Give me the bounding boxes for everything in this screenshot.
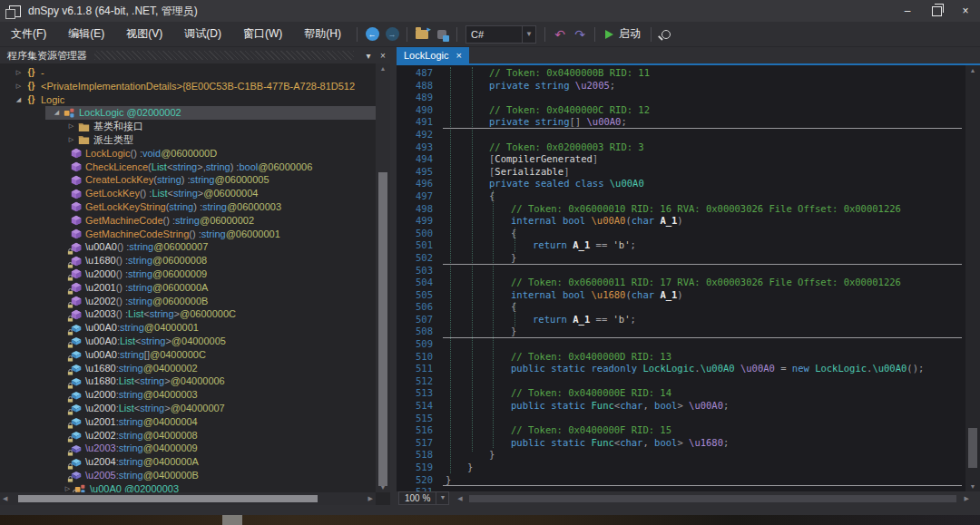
tree-row[interactable]: GetMachineCodeString() : string @0600000…: [0, 228, 376, 241]
code-line[interactable]: 513// Token: 0x0400000E RID: 14: [397, 387, 965, 400]
expander-collapsed-icon[interactable]: ▷: [13, 66, 24, 80]
chevron-down-icon[interactable]: ▼: [436, 492, 448, 504]
tree-row[interactable]: ◢{}Logic: [0, 93, 376, 107]
code-line[interactable]: 511public static readonly LockLogic.\u00…: [397, 363, 965, 375]
code-line[interactable]: 499internal bool \u00A0(char A_1): [397, 215, 965, 228]
code-line[interactable]: 519}: [397, 462, 965, 474]
tree-vscroll-thumb[interactable]: [378, 172, 387, 486]
code-line[interactable]: 506{: [397, 301, 965, 314]
tree-row[interactable]: \u00A0 : List<string> @04000005: [0, 335, 376, 348]
tab-locklogic[interactable]: LockLogic ×: [397, 47, 469, 63]
tree-row[interactable]: GetMachineCode() : string @06000002: [0, 214, 376, 228]
code-line[interactable]: 500{: [397, 228, 965, 240]
redo-button[interactable]: ↷: [570, 24, 590, 44]
tree-row[interactable]: \u1680 : List<string> @04000006: [0, 374, 376, 388]
editor-hscroll-thumb[interactable]: [469, 495, 956, 502]
editor-vertical-scrollbar[interactable]: ▲ ▼: [965, 65, 980, 491]
chevron-down-icon[interactable]: ▼: [522, 26, 535, 43]
scroll-right-icon[interactable]: ▶: [965, 495, 969, 502]
tree-row[interactable]: \u2000() : string @06000009: [0, 267, 376, 281]
code-line[interactable]: 508}: [397, 326, 965, 338]
menu-item[interactable]: 文件(F): [2, 23, 55, 45]
tree-row[interactable]: \u00A0() : string @06000007: [0, 240, 376, 254]
start-debug-button[interactable]: 启动: [600, 26, 646, 42]
code-line[interactable]: 492: [397, 129, 965, 141]
code-line[interactable]: 503: [397, 265, 965, 277]
menu-item[interactable]: 调试(D): [175, 23, 230, 45]
tree-row[interactable]: \u2001 : string @04000004: [0, 415, 376, 429]
tree-row[interactable]: \u2005 : string @0400000B: [0, 469, 376, 482]
code-line[interactable]: 495[Serializable]: [397, 166, 965, 179]
expander-expanded-icon[interactable]: ◢: [51, 106, 63, 120]
code-line[interactable]: 491private string[] \u00A0;: [397, 116, 965, 129]
navigate-forward-button[interactable]: →: [382, 24, 402, 44]
panel-menu-caret-icon[interactable]: ▾: [361, 51, 376, 61]
code-line[interactable]: 488private string \u2005;: [397, 80, 965, 92]
code-line[interactable]: 520}: [397, 474, 965, 487]
search-button[interactable]: [656, 24, 676, 44]
panel-close-icon[interactable]: ×: [376, 51, 390, 61]
menu-item[interactable]: 视图(V): [117, 23, 172, 45]
code-line[interactable]: 517public static Func<char, bool> \u1680…: [397, 437, 965, 450]
tree-vertical-scrollbar[interactable]: ▲ ▼: [376, 63, 390, 492]
expander-expanded-icon[interactable]: ◢: [13, 93, 24, 107]
scroll-down-icon[interactable]: ▼: [965, 483, 980, 490]
tree-row[interactable]: \u1680 : string @04000002: [0, 362, 376, 375]
expander-collapsed-icon[interactable]: ▷: [65, 120, 77, 133]
tree-row[interactable]: CreateLockKey(string) : string @06000005: [0, 173, 376, 187]
code-line[interactable]: 504// Token: 0x06000011 RID: 17 RVA: 0x0…: [397, 277, 965, 289]
tree-hscroll-thumb[interactable]: [18, 495, 318, 502]
tree-row[interactable]: \u2003() : List<string> @0600000C: [0, 307, 376, 321]
code-line[interactable]: 509: [397, 338, 965, 351]
tree-row[interactable]: \u2000 : string @04000003: [0, 388, 376, 402]
code-line[interactable]: 498// Token: 0x06000010 RID: 16 RVA: 0x0…: [397, 203, 965, 216]
panel-splitter[interactable]: [390, 47, 397, 505]
language-combobox[interactable]: C# ▼: [466, 25, 536, 44]
menu-item[interactable]: 窗口(W): [234, 23, 291, 45]
expander-collapsed-icon[interactable]: ▷: [13, 80, 24, 93]
reload-assemblies-button[interactable]: [432, 24, 452, 44]
code-line[interactable]: 501return A_1 == 'b';: [397, 239, 965, 252]
scroll-left-icon[interactable]: ◀: [457, 495, 462, 502]
code-line[interactable]: 494[CompilerGenerated]: [397, 153, 965, 166]
tree-row[interactable]: \u2001() : string @0600000A: [0, 281, 376, 295]
open-file-button[interactable]: [412, 24, 432, 44]
code-line[interactable]: 512: [397, 375, 965, 388]
tree-row[interactable]: GetLockKeyString(string) : string @06000…: [0, 200, 376, 214]
tree-row[interactable]: LockLogic() : void @0600000D: [0, 147, 376, 160]
code-line[interactable]: 507return A_1 == 'b';: [397, 314, 965, 326]
code-line[interactable]: 515: [397, 413, 965, 425]
code-line[interactable]: 505internal bool \u1680(char A_1): [397, 289, 965, 302]
code-line[interactable]: 516// Token: 0x0400000F RID: 15: [397, 424, 965, 437]
tree-row[interactable]: \u2000 : List<string> @04000007: [0, 402, 376, 415]
code-line[interactable]: 493// Token: 0x02000003 RID: 3: [397, 141, 965, 154]
code-line[interactable]: 489: [397, 92, 965, 104]
code-line[interactable]: 502}: [397, 252, 965, 265]
scroll-right-icon[interactable]: ▶: [368, 495, 373, 502]
code-line[interactable]: 510// Token: 0x0400000D RID: 13: [397, 351, 965, 364]
tree-row[interactable]: ◢LockLogic @02000002: [0, 106, 376, 120]
expander-collapsed-icon[interactable]: ▷: [65, 133, 77, 147]
tree-row[interactable]: ▷基类和接口: [0, 120, 376, 133]
tree-row[interactable]: GetLockKey() : List<string> @06000004: [0, 187, 376, 200]
undo-button[interactable]: ↶: [550, 24, 570, 44]
code-line[interactable]: 497{: [397, 190, 965, 203]
tree-row[interactable]: CheckLicence(List<string>, string) : boo…: [0, 160, 376, 174]
tree-row[interactable]: \u1680() : string @06000008: [0, 254, 376, 267]
scroll-left-icon[interactable]: ◀: [3, 495, 7, 502]
tree-row[interactable]: ▷{}<PrivateImplementationDetails>{8E00C5…: [0, 80, 376, 93]
code-line[interactable]: 518}: [397, 449, 965, 462]
code-line[interactable]: 490// Token: 0x0400000C RID: 12: [397, 104, 965, 117]
tree-row[interactable]: \u2004 : string @0400000A: [0, 455, 376, 469]
zoom-combobox[interactable]: 100 % ▼: [398, 491, 449, 505]
scroll-up-icon[interactable]: ▲: [376, 65, 390, 72]
tree-row[interactable]: \u2002 : string @04000008: [0, 429, 376, 442]
editor-horizontal-scrollbar[interactable]: ◀ ▶: [455, 491, 980, 505]
code-line[interactable]: 514public static Func<char, bool> \u00A0…: [397, 400, 965, 413]
editor-vscroll-thumb[interactable]: [968, 428, 977, 468]
tree-row[interactable]: \u2003 : string @04000009: [0, 442, 376, 455]
scroll-down-icon[interactable]: ▼: [376, 484, 390, 491]
code-line[interactable]: 496private sealed class \u00A0: [397, 178, 965, 190]
tree-row[interactable]: \u00A0 : string @04000001: [0, 321, 376, 335]
restore-button[interactable]: [922, 0, 951, 22]
